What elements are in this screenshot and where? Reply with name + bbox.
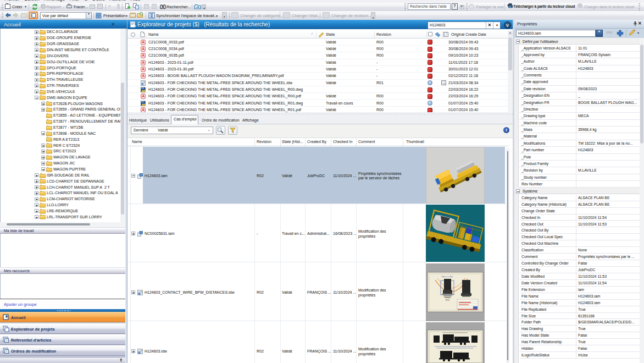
svg-text:A: A (142, 67, 145, 71)
svg-text:A: A (142, 47, 145, 51)
svg-text:A: A (142, 40, 145, 44)
svg-text:A: A (142, 95, 145, 98)
svg-text:BPW: BPW (446, 299, 449, 301)
svg-text:A: A (142, 108, 145, 112)
svg-text:A: A (142, 61, 145, 64)
svg-text:A: A (142, 74, 145, 78)
svg-text:A: A (142, 54, 145, 58)
